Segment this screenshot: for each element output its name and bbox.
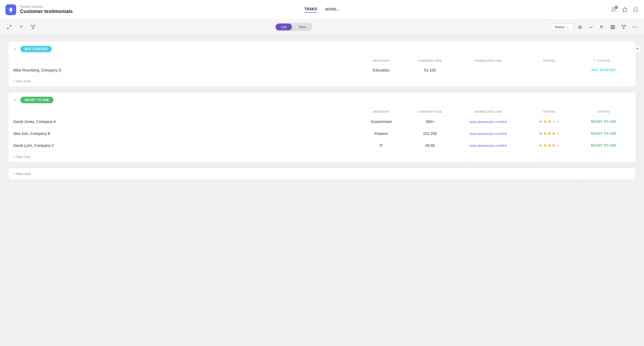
app-logo bbox=[5, 4, 16, 15]
star-5: ★ bbox=[556, 119, 560, 124]
row-status: READY TO USE bbox=[576, 120, 631, 124]
row-name: Mike Roonberg, Company D bbox=[13, 68, 357, 72]
breadcrumb: Rocket science / bbox=[20, 5, 73, 9]
toolbar-center: List Table bbox=[37, 23, 550, 31]
not-started-new-task[interactable]: + New task bbox=[8, 76, 636, 86]
svg-point-11 bbox=[578, 27, 579, 27]
svg-marker-18 bbox=[622, 25, 626, 29]
ready-to-use-badge: READY TO USE bbox=[20, 97, 53, 103]
add-group-button[interactable]: + bbox=[634, 45, 641, 53]
download-link[interactable]: www.download.com/link bbox=[470, 132, 507, 136]
row-status: READY TO USE bbox=[576, 132, 631, 135]
row-name: Alex Kim, Company B bbox=[13, 131, 357, 136]
row-status: READY TO USE bbox=[576, 144, 631, 147]
ready-to-use-chevron[interactable] bbox=[13, 98, 17, 102]
nav-tasks[interactable]: TASKS bbox=[304, 7, 317, 13]
funnel-icon[interactable] bbox=[29, 23, 37, 31]
star-1: ★ bbox=[539, 131, 543, 136]
col-industry-header-1: INDUSTRY bbox=[357, 59, 406, 62]
group-by-icon[interactable] bbox=[576, 23, 584, 31]
row-size: 101-250 bbox=[406, 131, 454, 136]
not-started-chevron[interactable] bbox=[13, 47, 17, 51]
row-rating: ★ ★ ★ ★ ★ bbox=[522, 119, 576, 124]
list-view-button[interactable]: List bbox=[276, 24, 292, 30]
star-icon[interactable] bbox=[622, 7, 628, 13]
col-status-header-1: STATUS ... bbox=[576, 59, 631, 62]
filter-icon[interactable] bbox=[17, 23, 25, 31]
col-status-header-2: STATUS bbox=[576, 110, 631, 113]
svg-point-12 bbox=[579, 28, 580, 29]
table-row: Alex Kim, Company B Finance 101-250 www.… bbox=[8, 127, 636, 139]
row-industry: Education bbox=[357, 68, 406, 72]
download-link[interactable]: www.download.com/link bbox=[470, 120, 507, 124]
col-rating-header-1: RATING bbox=[522, 59, 576, 62]
stars-display: ★ ★ ★ ★ ★ bbox=[522, 143, 576, 148]
svg-rect-15 bbox=[611, 25, 612, 29]
expand-icon[interactable] bbox=[5, 23, 13, 31]
ready-to-use-new-task[interactable]: + New task bbox=[8, 151, 636, 162]
nav-more[interactable]: MORE... bbox=[325, 7, 340, 12]
svg-marker-1 bbox=[622, 7, 627, 12]
page-title: Customer testimonials bbox=[20, 9, 73, 14]
col-download-header-1: DOWNLOAD LINK bbox=[454, 59, 522, 62]
table-row: David Lynn, Company C IT 26-50 www.downl… bbox=[8, 139, 636, 151]
status-label: Status bbox=[554, 25, 565, 29]
bell-icon[interactable] bbox=[633, 7, 639, 13]
star-3: ★ bbox=[547, 143, 551, 148]
ready-to-use-group-header: READY TO USE bbox=[8, 92, 636, 108]
sort-icon[interactable] bbox=[598, 23, 606, 31]
svg-line-2 bbox=[10, 25, 11, 27]
status-dropdown[interactable]: Status bbox=[550, 23, 573, 31]
ready-to-use-table-header: INDUSTRY COMPANY SIZE DOWNLOAD LINK RATI… bbox=[8, 108, 636, 115]
svg-point-0 bbox=[612, 7, 614, 9]
ready-to-use-group-card: READY TO USE INDUSTRY COMPANY SIZE DOWNL… bbox=[8, 92, 636, 162]
people-badge: 1 bbox=[615, 6, 618, 9]
toolbar-left bbox=[5, 23, 37, 31]
row-industry: Government bbox=[357, 119, 406, 124]
row-rating: ★ ★ ★ ★ ★ bbox=[522, 143, 576, 148]
star-2: ★ bbox=[543, 131, 547, 136]
not-started-group-header: NOT STARTED bbox=[8, 41, 636, 57]
row-size: 51-100 bbox=[406, 68, 454, 72]
star-4: ★ bbox=[552, 131, 556, 136]
columns-icon[interactable] bbox=[609, 23, 617, 31]
star-1: ★ bbox=[539, 143, 543, 148]
header-icons: 1 bbox=[611, 7, 639, 13]
row-industry: Finance bbox=[357, 131, 406, 136]
bottom-new-task[interactable]: + New task bbox=[8, 168, 636, 180]
col-size-header-1: COMPANY SIZE bbox=[406, 59, 454, 62]
row-size: 500+ bbox=[406, 119, 454, 124]
status-filter-icon bbox=[594, 59, 596, 62]
svg-rect-16 bbox=[613, 25, 613, 29]
table-view-button[interactable]: Table bbox=[292, 24, 312, 30]
people-icon[interactable]: 1 bbox=[611, 7, 617, 13]
col-download-header-2: DOWNLOAD LINK bbox=[454, 110, 522, 113]
col-size-header-2: COMPANY SIZE bbox=[406, 110, 454, 113]
col-name-header bbox=[13, 59, 357, 62]
svg-point-19 bbox=[633, 27, 633, 27]
star-3: ★ bbox=[547, 131, 551, 136]
header-title-group: Rocket science / Customer testimonials bbox=[20, 5, 73, 14]
download-link[interactable]: www.download.com/link bbox=[470, 144, 507, 148]
header-nav: TASKS MORE... bbox=[304, 7, 340, 13]
svg-marker-7 bbox=[31, 25, 35, 29]
not-started-table-header: INDUSTRY COMPANY SIZE DOWNLOAD LINK RATI… bbox=[8, 57, 636, 64]
row-name: David Jones, Company A bbox=[13, 119, 357, 124]
toolbar: List Table Status bbox=[0, 20, 644, 35]
col-name-header-2 bbox=[13, 110, 357, 113]
row-size: 26-50 bbox=[406, 143, 454, 148]
row-status: NOT STARTED bbox=[576, 68, 631, 72]
more-icon[interactable] bbox=[630, 23, 639, 31]
check-icon[interactable] bbox=[587, 23, 595, 31]
svg-point-21 bbox=[636, 27, 636, 27]
filter2-icon[interactable] bbox=[620, 23, 628, 31]
table-row: Mike Roonberg, Company D Education 51-10… bbox=[8, 64, 636, 76]
row-download: www.download.com/link bbox=[454, 143, 522, 148]
chevron-down-icon bbox=[566, 25, 569, 29]
view-toggle: List Table bbox=[275, 23, 313, 31]
star-5: ★ bbox=[556, 143, 560, 148]
svg-marker-22 bbox=[594, 60, 596, 62]
row-download: www.download.com/link bbox=[454, 131, 522, 136]
row-download: www.download.com/link bbox=[454, 119, 522, 124]
stars-display: ★ ★ ★ ★ ★ bbox=[522, 131, 576, 136]
